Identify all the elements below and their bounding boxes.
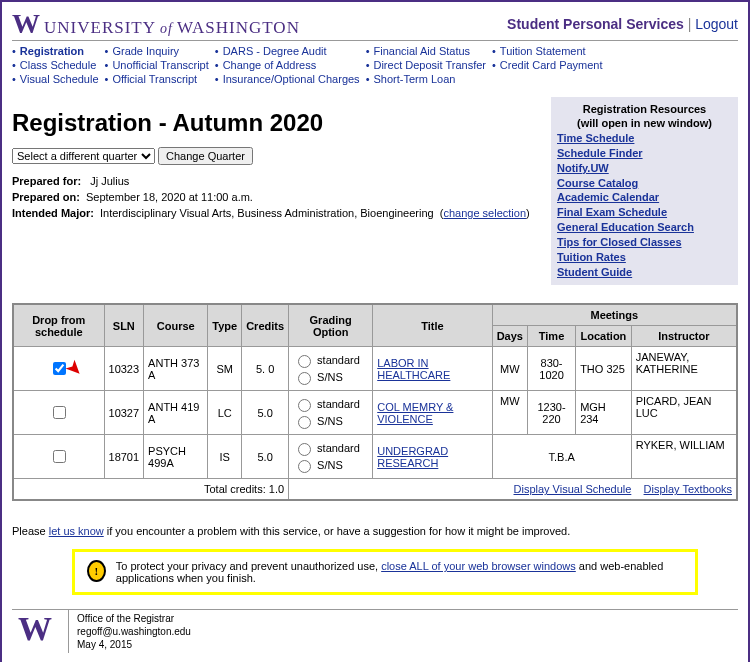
nav-finaid[interactable]: Financial Aid Status [373,45,470,57]
grading-sns-0[interactable] [298,372,311,385]
sb-final-exam[interactable]: Final Exam Schedule [557,205,732,220]
nav-grade-inquiry[interactable]: Grade Inquiry [112,45,179,57]
quarter-select[interactable]: Select a different quarter [12,148,155,164]
grading-sns-1[interactable] [298,416,311,429]
major-label: Intended Major: [12,207,94,219]
sb-schedule-finder[interactable]: Schedule Finder [557,146,732,161]
major-value: Interdisciplinary Visual Arts, Business … [100,207,434,219]
title-link-0[interactable]: LABOR IN HEALTHCARE [377,357,450,381]
let-us-know-link[interactable]: let us know [49,525,104,537]
type-2: IS [208,435,242,479]
sb-gen-ed-search[interactable]: General Education Search [557,220,732,235]
sb-academic-calendar[interactable]: Academic Calendar [557,190,732,205]
th-sln: SLN [104,304,144,347]
instr-1: PICARD, JEAN LUC [631,391,737,435]
grading-0: standardS/NS [289,347,373,391]
drop-checkbox-0[interactable] [53,362,66,375]
title-link-1[interactable]: COL MEMRY & VIOLENCE [377,401,453,425]
nav-insurance[interactable]: Insurance/Optional Charges [223,73,360,85]
nav-direct-deposit[interactable]: Direct Deposit Transfer [373,59,485,71]
loc-1: MGH 234 [576,391,632,435]
days-0: MW [492,347,527,391]
course-0: ANTH 373 A [144,347,208,391]
total-credits: Total credits: 1.0 [13,479,289,501]
problem-text: Please let us know if you encounter a pr… [12,525,738,537]
th-credits: Credits [242,304,289,347]
time-1: 1230-220 [527,391,575,435]
change-selection-link[interactable]: change selection [443,207,526,219]
nav-visual-schedule[interactable]: Visual Schedule [20,73,99,85]
nav-credit-card[interactable]: Credit Card Payment [500,59,603,71]
prepared-for-label: Prepared for: [12,175,81,187]
sb-notify-uw[interactable]: Notify.UW [557,161,732,176]
sidebar: Registration Resources (will open in new… [551,97,738,285]
th-instructor: Instructor [631,326,737,347]
grading-standard-2[interactable] [298,443,311,456]
page-title: Registration - Autumn 2020 [12,109,541,137]
course-2: PSYCH 499A [144,435,208,479]
display-visual-schedule-link[interactable]: Display Visual Schedule [514,483,632,495]
title-link-2[interactable]: UNDERGRAD RESEARCH [377,445,448,469]
type-1: LC [208,391,242,435]
table-row: ➤ 10323 ANTH 373 A SM 5. 0 standardS/NS … [13,347,737,391]
sidebar-subtitle: (will open in new window) [557,117,732,129]
th-grading: Grading Option [289,304,373,347]
logout-link[interactable]: Logout [695,16,738,32]
prepared-on-label: Prepared on: [12,191,80,203]
sb-tuition-rates[interactable]: Tuition Rates [557,250,732,265]
credits-2: 5.0 [242,435,289,479]
grading-sns-2[interactable] [298,460,311,473]
warning-icon: ! [87,560,106,582]
brand-university: UNIVERSITY [44,18,156,38]
grading-standard-1[interactable] [298,399,311,412]
sb-tips-closed[interactable]: Tips for Closed Classes [557,235,732,250]
th-meetings: Meetings [492,304,737,326]
brand: W UNIVERSITY of WASHINGTON [12,8,300,40]
brand-w: W [12,8,40,40]
sln-2: 18701 [104,435,144,479]
sb-course-catalog[interactable]: Course Catalog [557,176,732,191]
loc-0: THO 325 [576,347,632,391]
nav-unofficial-transcript[interactable]: Unofficial Transcript [112,59,208,71]
sln-0: 10323 [104,347,144,391]
brand-of: of [160,21,173,37]
days-1: MW [492,391,527,435]
display-textbooks-link[interactable]: Display Textbooks [644,483,732,495]
grading-1: standardS/NS [289,391,373,435]
nav: RegistrationClass ScheduleVisual Schedul… [12,41,738,87]
privacy-notice: ! To protect your privacy and prevent un… [72,549,698,595]
sb-time-schedule[interactable]: Time Schedule [557,131,732,146]
th-title: Title [373,304,492,347]
credits-0: 5. 0 [242,347,289,391]
sps-title: Student Personal Services [507,16,684,32]
type-0: SM [208,347,242,391]
instr-0: JANEWAY, KATHERINE [631,347,737,391]
sln-1: 10327 [104,391,144,435]
nav-tuition-statement[interactable]: Tuition Statement [500,45,586,57]
nav-official-transcript[interactable]: Official Transcript [112,73,197,85]
header: W UNIVERSITY of WASHINGTON Student Perso… [12,8,738,41]
grading-standard-0[interactable] [298,355,311,368]
close-windows-link[interactable]: close ALL of your web browser windows [381,560,576,572]
footer: W Office of the Registrar regoff@u.washi… [12,609,738,653]
sb-student-guide[interactable]: Student Guide [557,265,732,280]
meta: Prepared for: Jj Julius Prepared on: Sep… [12,175,541,219]
nav-change-address[interactable]: Change of Address [223,59,317,71]
nav-registration[interactable]: Registration [20,45,84,57]
footer-email: regoff@u.washington.edu [77,625,191,638]
th-course: Course [144,304,208,347]
tba-2: T.B.A [492,435,631,479]
table-row: 10327 ANTH 419 A LC 5.0 standardS/NS COL… [13,391,737,435]
drop-checkbox-2[interactable] [53,450,66,463]
th-drop: Drop from schedule [13,304,104,347]
footer-w-icon: W [12,610,58,648]
th-time: Time [527,326,575,347]
drop-checkbox-1[interactable] [53,406,66,419]
prepared-on-value: September 18, 2020 at 11:00 a.m. [86,191,253,203]
nav-dars[interactable]: DARS - Degree Audit [223,45,327,57]
nav-class-schedule[interactable]: Class Schedule [20,59,96,71]
sps-bar: Student Personal Services | Logout [507,16,738,32]
change-quarter-button[interactable]: Change Quarter [158,147,253,165]
grading-2: standardS/NS [289,435,373,479]
nav-short-term-loan[interactable]: Short-Term Loan [373,73,455,85]
